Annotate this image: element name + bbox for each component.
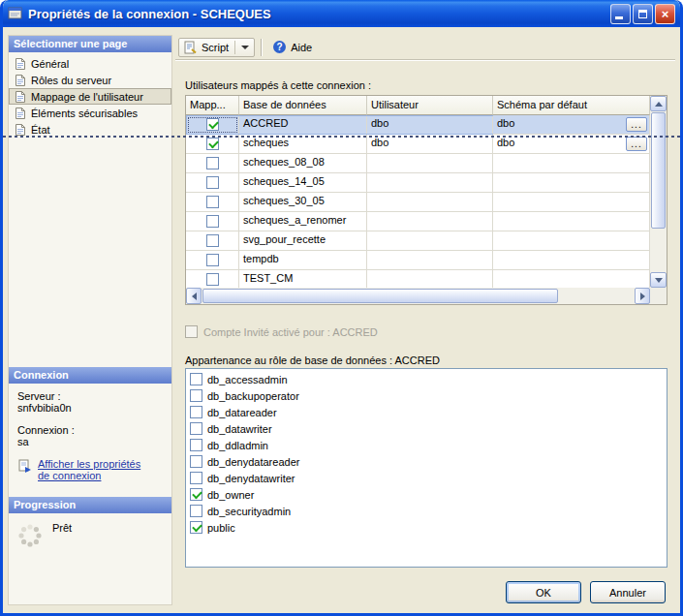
role-item[interactable]: db_ddladmin	[188, 437, 665, 453]
row-mapped-checkbox[interactable]	[206, 234, 219, 247]
ok-button[interactable]: OK	[506, 581, 581, 603]
page-icon	[14, 57, 27, 71]
row-mapped-checkbox[interactable]	[206, 138, 219, 150]
sidebar-page-item[interactable]: Mappage de l'utilisateur	[9, 88, 171, 105]
table-row[interactable]: ACCRED dbo dbo ...	[186, 115, 650, 135]
role-checkbox[interactable]	[190, 422, 202, 435]
table-row[interactable]: scheques dbo dbo ...	[186, 135, 650, 154]
page-icon	[14, 74, 27, 87]
row-mapped-cell	[186, 173, 239, 193]
title-bar[interactable]: Propriétés de la connexion - SCHEQUES ×	[3, 0, 680, 27]
sidebar-page-label: Rôles du serveur	[31, 75, 111, 86]
row-user	[367, 173, 493, 193]
sidebar-page-item[interactable]: Rôles du serveur	[9, 72, 171, 88]
grid-header-cell[interactable]: Utilisateur	[367, 96, 493, 115]
role-checkbox[interactable]	[190, 406, 202, 418]
role-checkbox[interactable]	[190, 389, 202, 402]
row-database: tempdb	[239, 251, 367, 270]
scroll-left-button[interactable]	[186, 288, 202, 304]
table-row[interactable]: scheques_30_05	[186, 193, 650, 212]
row-mapped-cell	[186, 270, 239, 288]
grid-horizontal-scrollbar[interactable]	[186, 288, 650, 304]
table-row[interactable]: scheques_08_08	[186, 154, 650, 173]
row-mapped-checkbox[interactable]	[206, 215, 219, 228]
grid-header-cell[interactable]: Base de données	[239, 96, 367, 115]
horizontal-scroll-thumb[interactable]	[202, 289, 558, 303]
row-user: dbo	[367, 135, 493, 154]
role-item[interactable]: db_backupoperator	[188, 387, 665, 404]
row-mapped-cell	[186, 193, 239, 212]
script-button[interactable]: Script	[178, 38, 255, 57]
script-dropdown-arrow[interactable]	[241, 46, 249, 49]
schema-browse-button[interactable]: ...	[626, 137, 647, 151]
row-mapped-checkbox[interactable]	[206, 118, 219, 131]
sidebar-page-item[interactable]: Éléments sécurisables	[9, 105, 171, 121]
grid-vertical-scrollbar[interactable]	[650, 96, 667, 288]
role-item[interactable]: db_denydatareader	[188, 453, 665, 470]
role-checkbox[interactable]	[190, 488, 202, 501]
roles-membership-label: Appartenance au rôle de base de données …	[185, 354, 440, 366]
table-row[interactable]: TEST_CM	[186, 270, 650, 288]
grid-header-cell[interactable]: Mapp...	[186, 96, 239, 115]
sidebar-page-item[interactable]: Général	[9, 55, 171, 72]
role-item[interactable]: db_datareader	[188, 404, 665, 420]
view-connection-properties-link[interactable]: Afficher les propriétés de connexion	[38, 458, 152, 481]
row-mapped-checkbox[interactable]	[206, 176, 219, 189]
table-row[interactable]: scheques_14_05	[186, 173, 650, 193]
sidebar-page-label: Général	[31, 58, 69, 70]
help-button[interactable]: ? Aide	[267, 38, 318, 57]
row-mapped-checkbox[interactable]	[206, 196, 219, 208]
row-user	[367, 251, 493, 270]
role-item[interactable]: db_securityadmin	[188, 503, 665, 519]
role-item[interactable]: db_denydatawriter	[188, 470, 665, 486]
table-row[interactable]: scheques_a_renomer	[186, 212, 650, 231]
role-label: public	[207, 522, 235, 534]
row-schema: dbo	[497, 117, 514, 129]
connection-header: Connexion	[9, 367, 171, 384]
row-database: svg_pour_recette	[239, 231, 367, 251]
row-user	[367, 212, 493, 231]
script-button-divider	[234, 41, 235, 54]
role-item[interactable]: db_owner	[188, 486, 665, 503]
close-button[interactable]: ×	[655, 4, 675, 24]
users-mapped-label: Utilisateurs mappés à cette connexion :	[185, 79, 371, 91]
script-button-label: Script	[202, 42, 229, 53]
role-item[interactable]: db_accessadmin	[188, 371, 665, 387]
script-icon	[184, 41, 198, 54]
role-label: db_datareader	[207, 407, 277, 418]
row-database: scheques	[239, 135, 367, 154]
role-checkbox[interactable]	[190, 521, 202, 534]
connection-value: sa	[17, 436, 163, 447]
table-row[interactable]: svg_pour_recette	[186, 231, 650, 251]
scroll-up-button[interactable]	[650, 96, 667, 111]
table-row[interactable]: tempdb	[186, 251, 650, 270]
role-item[interactable]: db_datawriter	[188, 420, 665, 437]
sidebar-page-label: Éléments sécurisables	[31, 108, 138, 119]
horizontal-scroll-track[interactable]	[202, 288, 635, 304]
help-icon: ?	[273, 41, 287, 54]
maximize-button[interactable]	[633, 4, 653, 24]
row-mapped-checkbox[interactable]	[206, 273, 219, 286]
role-checkbox[interactable]	[190, 455, 202, 468]
schema-browse-button[interactable]: ...	[626, 117, 647, 132]
scroll-right-button[interactable]	[635, 288, 650, 304]
progress-spinner-icon	[16, 522, 44, 549]
role-item[interactable]: public	[188, 519, 665, 536]
page-icon	[14, 90, 27, 104]
cancel-button[interactable]: Annuler	[590, 581, 666, 603]
grid-header-cell[interactable]: Schéma par défaut	[493, 96, 650, 115]
role-checkbox[interactable]	[190, 505, 202, 517]
role-checkbox[interactable]	[190, 439, 202, 451]
page-icon	[14, 107, 27, 120]
scroll-down-button[interactable]	[650, 272, 667, 288]
minimize-button[interactable]	[610, 4, 631, 24]
row-mapped-checkbox[interactable]	[206, 157, 219, 169]
role-checkbox[interactable]	[190, 472, 202, 484]
role-checkbox[interactable]	[190, 373, 202, 385]
row-user: dbo	[367, 115, 493, 135]
role-label: db_accessadmin	[207, 374, 288, 385]
vertical-scroll-thumb[interactable]	[651, 112, 666, 229]
connection-panel: Serveur : snfvbibia0n Connexion : sa Aff…	[9, 384, 171, 497]
row-mapped-checkbox[interactable]	[206, 254, 219, 266]
main-panel: Script ? Aide Utilisateurs mappés à cett…	[175, 35, 675, 605]
